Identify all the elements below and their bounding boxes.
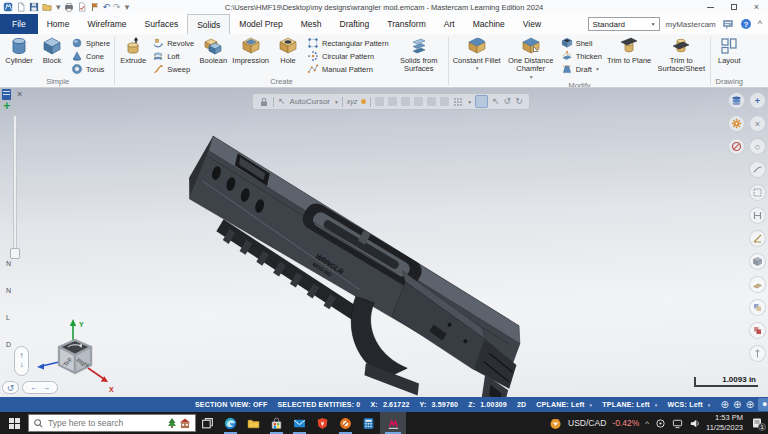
network-icon[interactable]	[672, 418, 683, 429]
dropdown-caret[interactable]: ▾	[596, 66, 599, 72]
boolean-button[interactable]: Boolean	[197, 35, 229, 65]
window-select-button[interactable]	[749, 184, 766, 201]
xyz-entry-button[interactable]: xyz	[347, 98, 358, 105]
one-distance-chamfer-button[interactable]: One Distance Chamfer▾	[504, 35, 558, 80]
shell-button[interactable]: Shell	[559, 37, 604, 49]
sweep-button[interactable]: Sweep	[150, 63, 196, 75]
rectangular-pattern-button[interactable]: Rectangular Pattern	[305, 37, 391, 49]
taskbar-search[interactable]	[28, 414, 196, 432]
tab-wireframe[interactable]: Wireframe	[78, 14, 135, 34]
edit-document-icon[interactable]	[77, 2, 87, 12]
tab-file[interactable]: File	[0, 14, 38, 34]
handle-button[interactable]	[749, 207, 766, 224]
selection-tool-icon[interactable]	[414, 97, 423, 106]
measure-button[interactable]	[749, 230, 766, 247]
trim-to-plane-button[interactable]: Trim to Plane	[605, 35, 653, 65]
close-button[interactable]: ×	[745, 0, 768, 14]
panel-tab-letter[interactable]: N	[6, 287, 11, 294]
tab-view[interactable]: View	[514, 14, 550, 34]
feedback-icon[interactable]	[722, 18, 734, 30]
thicken-button[interactable]: Thicken	[559, 50, 604, 62]
dropdown-caret[interactable]: ▾	[476, 65, 479, 71]
circular-pattern-button[interactable]: Circular Pattern	[305, 50, 391, 62]
volume-icon[interactable]	[689, 418, 700, 429]
pin-scale-button[interactable]	[749, 345, 766, 362]
rotate-view-control[interactable]: ↺	[2, 381, 19, 394]
autocursor-label[interactable]: AutoCursor	[290, 97, 330, 106]
draft-button[interactable]: Draft▾	[559, 63, 604, 75]
spline-button[interactable]	[749, 161, 766, 178]
maximize-button[interactable]	[722, 0, 745, 14]
pan-cursor-icon[interactable]: ↖	[492, 97, 500, 106]
hidden-globe-icon[interactable]: ⊕	[733, 400, 742, 410]
zoom-slider-thumb[interactable]	[10, 248, 20, 259]
lock-icon[interactable]	[259, 97, 269, 107]
undo-icon[interactable]: ↶	[103, 2, 111, 12]
qat-customize-caret[interactable]: ▾	[125, 2, 130, 12]
tab-surfaces[interactable]: Surfaces	[136, 14, 188, 34]
cylinder-button[interactable]: Cylinder	[3, 35, 35, 65]
redo-icon[interactable]: ↷	[113, 2, 121, 12]
selected-entities-status[interactable]: SELECTED ENTITIES: 0	[278, 401, 361, 408]
panel-close-icon[interactable]: ×	[17, 89, 22, 99]
tab-art[interactable]: Art	[435, 14, 464, 34]
ticker-pair[interactable]: USD/CAD	[568, 418, 606, 428]
cut-button[interactable]: ×	[749, 115, 766, 132]
start-button[interactable]	[0, 412, 28, 434]
panel-tab-letter[interactable]: L	[6, 314, 10, 321]
zoom-in-plus-icon[interactable]: +	[3, 99, 11, 113]
sheet-button[interactable]	[749, 276, 766, 293]
grid-icon[interactable]	[453, 97, 463, 107]
style-preset-combo[interactable]: Standard▾	[588, 17, 660, 31]
cone-button[interactable]: Cone	[69, 50, 112, 62]
mode-2d-toggle[interactable]: 2D	[517, 401, 526, 408]
calculator-icon[interactable]	[357, 412, 380, 434]
copy-planes-button[interactable]	[749, 299, 766, 316]
extrude-button[interactable]: Extrude	[117, 35, 149, 65]
save-icon[interactable]	[29, 2, 39, 12]
store-icon[interactable]	[265, 412, 288, 434]
mymastercam-link[interactable]: myMastercam	[666, 20, 716, 29]
solids-from-surfaces-button[interactable]: Solids from Surfaces	[392, 35, 446, 74]
open-file-icon[interactable]	[42, 2, 52, 12]
pan-vertical-control[interactable]: ↑↓	[14, 346, 29, 376]
tab-home[interactable]: Home	[38, 14, 79, 34]
wireframe-globe-icon[interactable]: ⊕	[721, 400, 730, 410]
mail-icon[interactable]	[288, 412, 311, 434]
selection-tool-icon[interactable]	[427, 97, 436, 106]
impression-button[interactable]: Impression	[230, 35, 271, 65]
new-file-icon[interactable]	[16, 2, 26, 12]
selection-tool-icon[interactable]	[375, 97, 384, 106]
autocursor-caret[interactable]: ▾	[335, 99, 338, 105]
fast-point-icon[interactable]	[361, 99, 366, 104]
loft-button[interactable]: Loft	[150, 50, 196, 62]
view-cube-gnomon[interactable]: Y X Top Right	[28, 314, 124, 394]
wcs-selector[interactable]: WCS: Left▾	[668, 401, 711, 408]
copy-planes-red-button[interactable]	[749, 322, 766, 339]
edge-taskbar-icon[interactable]	[219, 412, 242, 434]
currency-widget-icon[interactable]	[549, 417, 562, 430]
layout-button[interactable]: Layout	[713, 35, 745, 65]
hidden-icons-chevron[interactable]: ^	[645, 419, 649, 428]
grid-caret[interactable]: ▾	[468, 99, 471, 105]
circle-select-button[interactable]: ○	[749, 138, 766, 155]
panel-tab-letter[interactable]: N	[6, 260, 11, 267]
tab-mesh[interactable]: Mesh	[292, 14, 331, 34]
constant-fillet-button[interactable]: Constant Fillet▾	[451, 35, 503, 72]
add-button[interactable]: +	[749, 92, 766, 109]
selection-tool-icon[interactable]	[401, 97, 410, 106]
tab-solids[interactable]: Solids	[187, 14, 230, 34]
revolve-button[interactable]: Revolve	[150, 37, 196, 49]
brave-icon[interactable]	[311, 412, 334, 434]
panel-tab-letter[interactable]: D	[6, 341, 11, 348]
rotate-ccw-icon[interactable]: ↺	[504, 97, 512, 106]
mastercam-taskbar-icon[interactable]	[380, 412, 406, 434]
hole-button[interactable]: Hole	[272, 35, 304, 65]
selection-tool-icon[interactable]	[388, 97, 397, 106]
selected-view-tool[interactable]	[475, 95, 488, 108]
sphere-button[interactable]: Sphere	[69, 37, 112, 49]
zoom-slider-track[interactable]	[13, 115, 17, 258]
collapse-ribbon-caret[interactable]: ^	[758, 19, 762, 29]
outline-globe-icon[interactable]: ⊕	[746, 400, 755, 410]
print-icon[interactable]	[64, 2, 74, 12]
